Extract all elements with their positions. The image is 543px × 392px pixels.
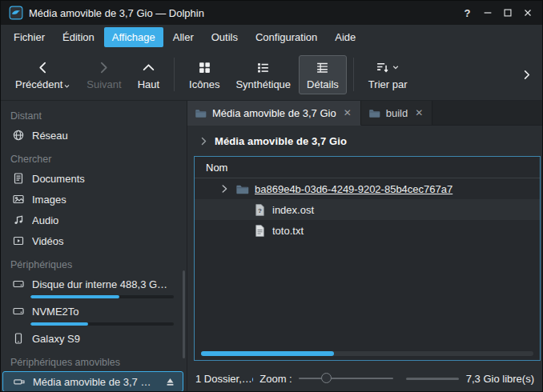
breadcrumb[interactable]: Média amovible de 3,7 Gio — [187, 126, 542, 156]
menu-fichier[interactable]: Fichier — [6, 27, 53, 47]
chevron-right-icon[interactable] — [199, 136, 209, 146]
zoom-slider-track[interactable] — [299, 378, 393, 379]
harddrive-icon — [12, 278, 25, 290]
zoom-slider[interactable] — [299, 373, 393, 384]
smartphone-icon — [12, 332, 25, 345]
file-name[interactable]: index.ost — [272, 204, 314, 216]
videos-icon — [12, 234, 25, 247]
icons-view-icon — [198, 60, 211, 75]
sidebar-item-galaxy-s9[interactable]: Galaxy S9 — [2, 328, 183, 349]
menu-aide[interactable]: Aide — [327, 27, 364, 47]
status-summary: 1 Dossier,…ers (99 o) — [195, 373, 253, 385]
file-name[interactable]: ba869e4b-03d6-4249-9202-85b4cec767a7 — [255, 183, 452, 195]
horizontal-scrollbar[interactable] — [201, 351, 533, 356]
compact-view-label: Synthétique — [235, 79, 291, 90]
close-icon[interactable]: ✕ — [342, 107, 353, 118]
compact-view-button[interactable]: Synthétique — [227, 55, 299, 94]
sidebar-item-nvme2to[interactable]: NVME2To — [2, 301, 183, 322]
chevron-down-icon — [392, 63, 400, 71]
sidebar-item-documents[interactable]: Documents — [2, 168, 183, 189]
menu-configuration[interactable]: Configuration — [247, 27, 325, 47]
places-section-chercher: Chercher — [1, 150, 187, 168]
dolphin-window: Média amovible de 3,7 Gio — Dolphin ? Fi… — [0, 0, 543, 392]
eject-icon[interactable] — [164, 376, 176, 388]
file-list: ba869e4b-03d6-4249-9202-85b4cec767a7 ? i… — [195, 178, 540, 360]
chevron-down-icon — [63, 82, 70, 90]
disk-usage-bar — [30, 322, 174, 326]
back-label: Précédent — [15, 79, 62, 90]
zoom-control: Zoom : — [259, 373, 392, 385]
tab-bar: Média amovible de 3,7 Gio ✕ build ✕ — [187, 101, 542, 126]
file-row-folder[interactable]: ba869e4b-03d6-4249-9202-85b4cec767a7 — [195, 178, 540, 199]
close-icon[interactable]: ✕ — [413, 107, 424, 118]
sidebar-item-audio[interactable]: Audio — [2, 210, 183, 230]
file-name[interactable]: toto.txt — [272, 225, 304, 237]
sidebar-item-label: Documents — [32, 173, 177, 185]
zoom-slider-handle[interactable] — [321, 373, 332, 383]
folder-icon — [235, 182, 249, 196]
chevron-left-icon — [36, 60, 50, 75]
forward-button[interactable]: Suivant — [78, 55, 129, 94]
menu-affichage[interactable]: Affichage — [104, 27, 163, 47]
breadcrumb-location[interactable]: Média amovible de 3,7 Gio — [215, 135, 347, 147]
toolbar-separator — [174, 58, 175, 91]
file-row-toto-txt[interactable]: toto.txt — [195, 220, 540, 241]
titlebar[interactable]: Média amovible de 3,7 Gio — Dolphin ? — [1, 1, 542, 25]
up-label: Haut — [138, 79, 159, 90]
sidebar-item-label: Vidéos — [32, 235, 177, 247]
window-title: Média amovible de 3,7 Gio — Dolphin — [29, 7, 204, 19]
menu-outils[interactable]: Outils — [203, 27, 246, 47]
maximize-button[interactable] — [497, 4, 517, 22]
details-view-button[interactable]: Détails — [299, 55, 347, 94]
unknown-file-icon: ? — [253, 203, 267, 217]
minimize-button[interactable] — [477, 4, 497, 22]
places-section-amovibles: Périphériques amovibles — [1, 354, 187, 371]
file-row-index-ost[interactable]: ? index.ost — [195, 199, 540, 220]
sidebar-item-videos[interactable]: Vidéos — [2, 230, 183, 251]
icons-view-label: Icônes — [189, 79, 219, 90]
toolbar-overflow-button[interactable] — [517, 66, 536, 84]
sidebar-item-reseau[interactable]: Réseau — [2, 125, 183, 146]
overflow-chevron-icon — [521, 69, 533, 81]
help-button[interactable]: ? — [457, 4, 477, 22]
toolbar-separator — [353, 58, 354, 91]
file-view[interactable]: Nom ba869e4b-03d6-4249-9202-85b4cec767a7 — [194, 156, 541, 361]
sort-by-button[interactable]: Trier par — [360, 55, 416, 94]
main-area: Média amovible de 3,7 Gio ✕ build ✕ Médi… — [187, 101, 542, 392]
chevron-up-icon — [142, 60, 155, 75]
sidebar-item-label: Galaxy S9 — [32, 333, 177, 345]
free-space-indicator: 7,3 Gio libre(s) — [406, 373, 534, 385]
harddrive-icon — [12, 305, 25, 318]
menu-aller[interactable]: Aller — [165, 27, 202, 47]
documents-icon — [12, 172, 25, 185]
horizontal-scrollbar-handle[interactable] — [201, 351, 334, 356]
expander-chevron-icon[interactable] — [219, 183, 230, 194]
sidebar-scrollbar[interactable] — [183, 270, 185, 358]
chevron-right-icon — [97, 60, 111, 75]
up-button[interactable]: Haut — [130, 55, 167, 94]
compact-view-icon — [256, 60, 270, 75]
free-space-label: 7,3 Gio libre(s) — [466, 373, 534, 385]
tab-label: build — [386, 107, 408, 119]
folder-icon — [368, 107, 380, 119]
menu-edition[interactable]: Édition — [54, 27, 103, 47]
svg-text:?: ? — [258, 206, 262, 214]
close-button[interactable] — [517, 4, 537, 22]
sidebar-item-disque-dur-interne[interactable]: Disque dur interne 488,3 G… — [2, 274, 183, 294]
sidebar-item-label: Média amovible de 3,7 … — [33, 376, 157, 388]
sidebar-item-media-amovible[interactable]: Média amovible de 3,7 … — [2, 371, 183, 392]
column-header-nom[interactable]: Nom — [195, 157, 540, 178]
folder-icon — [195, 107, 207, 119]
sidebar-item-label: Images — [32, 194, 177, 206]
sort-by-label: Trier par — [368, 79, 408, 90]
status-bar: 1 Dossier,…ers (99 o) Zoom : 7,3 Gio lib… — [187, 364, 542, 392]
tab-build[interactable]: build ✕ — [361, 101, 433, 125]
back-button[interactable]: Précédent — [7, 55, 78, 94]
details-view-label: Détails — [307, 79, 339, 90]
sidebar-item-label: Disque dur interne 488,3 G… — [32, 278, 177, 290]
icons-view-button[interactable]: Icônes — [181, 55, 227, 94]
tab-media-amovible[interactable]: Média amovible de 3,7 Gio ✕ — [187, 101, 361, 126]
audio-icon — [12, 214, 25, 226]
sidebar-item-images[interactable]: Images — [2, 189, 183, 210]
places-panel: Distant Réseau Chercher Documents — [1, 101, 187, 392]
